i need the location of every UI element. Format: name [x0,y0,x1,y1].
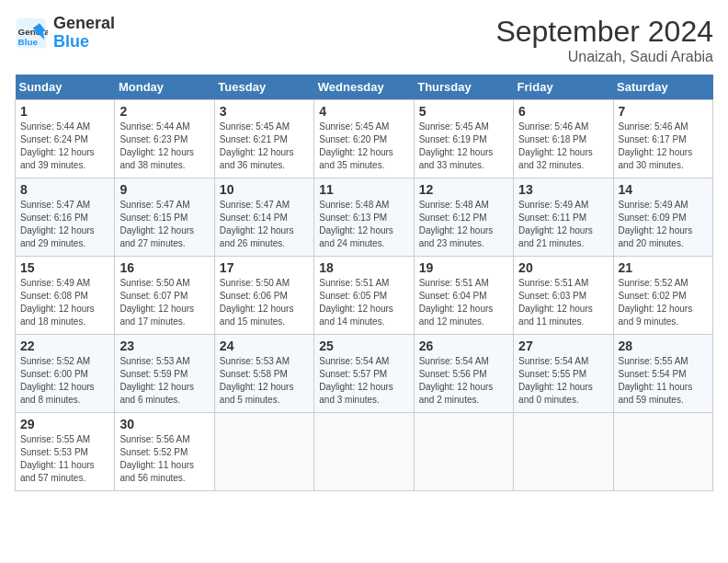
day-info: Sunrise: 5:44 AM Sunset: 6:23 PM Dayligh… [119,121,209,172]
day-cell: 10Sunrise: 5:47 AM Sunset: 6:14 PM Dayli… [214,178,313,257]
day-number: 9 [119,182,209,197]
day-info: Sunrise: 5:53 AM Sunset: 5:59 PM Dayligh… [119,355,209,407]
day-info: Sunrise: 5:51 AM Sunset: 6:04 PM Dayligh… [419,277,508,328]
day-number: 4 [319,104,408,119]
col-header-wednesday: Wednesday [314,75,414,100]
day-number: 21 [619,260,708,275]
day-info: Sunrise: 5:54 AM Sunset: 5:56 PM Dayligh… [419,355,508,407]
col-header-saturday: Saturday [613,75,712,100]
day-cell: 2Sunrise: 5:44 AM Sunset: 6:23 PM Daylig… [115,100,214,178]
day-cell: 24Sunrise: 5:53 AM Sunset: 5:58 PM Dayli… [214,335,313,413]
title-area: September 2024 Unaizah, Saudi Arabia [495,15,713,65]
day-cell: 20Sunrise: 5:51 AM Sunset: 6:03 PM Dayli… [514,257,613,335]
day-number: 1 [20,104,109,119]
day-info: Sunrise: 5:47 AM Sunset: 6:16 PM Dayligh… [20,199,109,250]
day-number: 20 [518,260,608,275]
day-cell: 13Sunrise: 5:49 AM Sunset: 6:11 PM Dayli… [514,178,613,257]
svg-text:Blue: Blue [18,36,39,46]
week-row-4: 22Sunrise: 5:52 AM Sunset: 6:00 PM Dayli… [16,335,713,413]
day-cell: 7Sunrise: 5:46 AM Sunset: 6:17 PM Daylig… [613,100,712,178]
day-cell: 6Sunrise: 5:46 AM Sunset: 6:18 PM Daylig… [514,100,613,178]
day-info: Sunrise: 5:50 AM Sunset: 6:06 PM Dayligh… [220,277,309,328]
col-header-thursday: Thursday [414,75,513,100]
day-number: 19 [419,260,508,275]
day-info: Sunrise: 5:52 AM Sunset: 6:02 PM Dayligh… [619,277,708,328]
day-number: 16 [119,260,209,275]
day-info: Sunrise: 5:45 AM Sunset: 6:20 PM Dayligh… [319,121,408,172]
day-cell [314,413,414,491]
week-row-3: 15Sunrise: 5:49 AM Sunset: 6:08 PM Dayli… [16,257,713,335]
day-cell: 14Sunrise: 5:49 AM Sunset: 6:09 PM Dayli… [613,178,712,257]
day-info: Sunrise: 5:54 AM Sunset: 5:55 PM Dayligh… [518,355,608,407]
day-number: 7 [619,104,708,119]
day-number: 25 [319,339,408,353]
day-number: 11 [319,182,408,197]
day-info: Sunrise: 5:50 AM Sunset: 6:07 PM Dayligh… [119,277,209,328]
day-number: 28 [619,339,708,353]
day-cell: 19Sunrise: 5:51 AM Sunset: 6:04 PM Dayli… [414,257,513,335]
day-number: 10 [220,182,309,197]
day-cell: 9Sunrise: 5:47 AM Sunset: 6:15 PM Daylig… [115,178,214,257]
day-cell: 11Sunrise: 5:48 AM Sunset: 6:13 PM Dayli… [314,178,414,257]
day-cell: 26Sunrise: 5:54 AM Sunset: 5:56 PM Dayli… [414,335,513,413]
day-number: 15 [20,260,109,275]
day-cell: 1Sunrise: 5:44 AM Sunset: 6:24 PM Daylig… [16,100,115,178]
day-cell: 30Sunrise: 5:56 AM Sunset: 5:52 PM Dayli… [115,413,214,491]
day-cell: 12Sunrise: 5:48 AM Sunset: 6:12 PM Dayli… [414,178,513,257]
day-number: 17 [220,260,309,275]
day-info: Sunrise: 5:49 AM Sunset: 6:11 PM Dayligh… [518,199,608,250]
day-info: Sunrise: 5:51 AM Sunset: 6:05 PM Dayligh… [319,277,408,328]
day-number: 14 [619,182,708,197]
day-info: Sunrise: 5:48 AM Sunset: 6:13 PM Dayligh… [319,199,408,250]
logo-icon: General Blue [15,17,48,50]
day-number: 18 [319,260,408,275]
day-info: Sunrise: 5:47 AM Sunset: 6:15 PM Dayligh… [119,199,209,250]
day-cell: 15Sunrise: 5:49 AM Sunset: 6:08 PM Dayli… [16,257,115,335]
day-cell: 27Sunrise: 5:54 AM Sunset: 5:55 PM Dayli… [514,335,613,413]
logo: General Blue General Blue [15,15,115,52]
day-info: Sunrise: 5:48 AM Sunset: 6:12 PM Dayligh… [419,199,508,250]
day-cell [214,413,313,491]
day-number: 12 [419,182,508,197]
location-subtitle: Unaizah, Saudi Arabia [495,49,713,65]
day-cell: 29Sunrise: 5:55 AM Sunset: 5:53 PM Dayli… [16,413,115,491]
day-info: Sunrise: 5:46 AM Sunset: 6:17 PM Dayligh… [619,121,708,172]
day-cell: 22Sunrise: 5:52 AM Sunset: 6:00 PM Dayli… [16,335,115,413]
day-info: Sunrise: 5:56 AM Sunset: 5:52 PM Dayligh… [119,433,209,485]
day-number: 23 [119,339,209,353]
day-cell: 8Sunrise: 5:47 AM Sunset: 6:16 PM Daylig… [16,178,115,257]
day-number: 24 [220,339,309,353]
day-info: Sunrise: 5:46 AM Sunset: 6:18 PM Dayligh… [518,121,608,172]
day-info: Sunrise: 5:44 AM Sunset: 6:24 PM Dayligh… [20,121,109,172]
col-header-monday: Monday [115,75,214,100]
day-info: Sunrise: 5:54 AM Sunset: 5:57 PM Dayligh… [319,355,408,407]
day-number: 2 [119,104,209,119]
header-row: SundayMondayTuesdayWednesdayThursdayFrid… [16,75,713,100]
day-info: Sunrise: 5:45 AM Sunset: 6:19 PM Dayligh… [419,121,508,172]
day-number: 27 [518,339,608,353]
day-cell: 3Sunrise: 5:45 AM Sunset: 6:21 PM Daylig… [214,100,313,178]
col-header-sunday: Sunday [16,75,115,100]
day-cell: 4Sunrise: 5:45 AM Sunset: 6:20 PM Daylig… [314,100,414,178]
week-row-1: 1Sunrise: 5:44 AM Sunset: 6:24 PM Daylig… [16,100,713,178]
day-cell: 5Sunrise: 5:45 AM Sunset: 6:19 PM Daylig… [414,100,513,178]
day-number: 5 [419,104,508,119]
day-info: Sunrise: 5:47 AM Sunset: 6:14 PM Dayligh… [220,199,309,250]
day-number: 8 [20,182,109,197]
calendar-table: SundayMondayTuesdayWednesdayThursdayFrid… [15,75,713,491]
day-cell [613,413,712,491]
month-title: September 2024 [495,15,713,49]
day-number: 22 [20,339,109,353]
day-info: Sunrise: 5:49 AM Sunset: 6:08 PM Dayligh… [20,277,109,328]
day-info: Sunrise: 5:45 AM Sunset: 6:21 PM Dayligh… [220,121,309,172]
day-info: Sunrise: 5:55 AM Sunset: 5:53 PM Dayligh… [20,433,109,485]
header: General Blue General Blue September 2024… [15,15,713,65]
day-cell: 25Sunrise: 5:54 AM Sunset: 5:57 PM Dayli… [314,335,414,413]
day-cell: 23Sunrise: 5:53 AM Sunset: 5:59 PM Dayli… [115,335,214,413]
day-info: Sunrise: 5:55 AM Sunset: 5:54 PM Dayligh… [619,355,708,407]
day-number: 3 [220,104,309,119]
day-cell: 18Sunrise: 5:51 AM Sunset: 6:05 PM Dayli… [314,257,414,335]
col-header-tuesday: Tuesday [214,75,313,100]
day-number: 13 [518,182,608,197]
day-cell: 16Sunrise: 5:50 AM Sunset: 6:07 PM Dayli… [115,257,214,335]
